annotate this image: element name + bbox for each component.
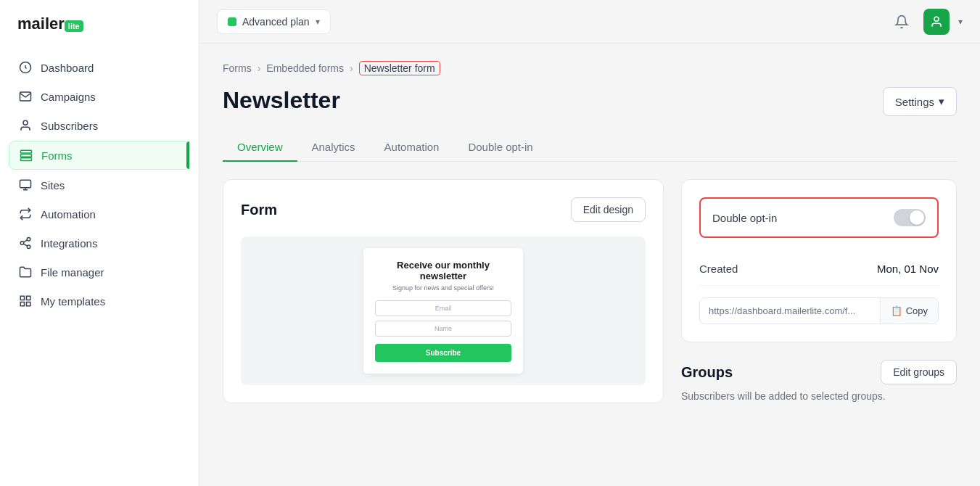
sidebar-item-automation[interactable]: Automation [9,200,190,228]
svg-rect-13 [27,302,30,306]
settings-caret-icon: ▾ [939,95,944,108]
settings-label: Settings [895,96,934,108]
sidebar-item-forms[interactable]: Forms [9,141,190,170]
dashboard-icon [19,61,32,74]
copy-label: Copy [906,305,928,316]
url-text: https://dashboard.mailerlite.com/f... [700,298,874,324]
page-content: Forms › Embedded forms › Newsletter form… [199,44,980,486]
breadcrumb: Forms › Embedded forms › Newsletter form [223,61,957,75]
breadcrumb-sep-2: › [350,62,353,74]
settings-button[interactable]: Settings ▾ [883,87,957,116]
topbar-actions: ▾ [889,9,963,35]
preview-header: Receive our monthly newsletter Signup fo… [363,248,523,374]
main-content: Advanced plan ▾ ▾ Forms › Embedded forms… [199,0,980,486]
groups-title: Groups [681,364,733,381]
newsletter-preview: Receive our monthly newsletter Signup fo… [241,236,646,385]
svg-line-10 [23,240,27,242]
url-row: https://dashboard.mailerlite.com/f... 📋 … [699,297,939,324]
sidebar-item-label: Automation [41,208,96,221]
info-panel: Double opt-in Created Mon, 01 Nov https:… [681,179,957,342]
sidebar-item-file-manager[interactable]: File manager [9,258,190,286]
sidebar-item-label: My templates [41,295,105,308]
topbar: Advanced plan ▾ ▾ [199,0,980,44]
copy-url-button[interactable]: 📋 Copy [880,298,938,324]
double-opt-in-row: Double opt-in [699,197,939,238]
plan-selector[interactable]: Advanced plan ▾ [217,9,331,34]
page-header: Newsletter Settings ▾ [223,87,957,116]
svg-point-8 [27,245,30,249]
avatar-caret-icon[interactable]: ▾ [958,17,963,27]
file-manager-icon [19,265,32,279]
svg-rect-14 [20,302,24,306]
breadcrumb-sep-1: › [258,62,261,74]
svg-point-6 [27,238,30,242]
svg-rect-4 [21,158,32,161]
groups-header: Groups Edit groups [681,360,957,384]
sidebar-item-label: Subscribers [41,120,98,132]
edit-groups-button[interactable]: Edit groups [881,360,957,384]
created-value: Mon, 01 Nov [877,263,939,275]
preview-email-field: Email [375,300,511,316]
sidebar: mailerlite Dashboard Campaigns Subscribe… [0,0,199,486]
plan-label: Advanced plan [242,16,310,28]
svg-point-1 [23,120,28,125]
svg-rect-12 [27,296,30,300]
sidebar-item-campaigns[interactable]: Campaigns [9,83,190,110]
right-panel: Double opt-in Created Mon, 01 Nov https:… [681,179,957,403]
sidebar-item-sites[interactable]: Sites [9,171,190,199]
logo-text: mailerlite [17,15,83,33]
copy-icon: 📋 [891,305,902,316]
double-opt-in-toggle[interactable] [894,209,926,226]
form-section: Form Edit design Receive our monthly new… [223,179,664,403]
logo: mailerlite [0,15,199,54]
svg-rect-2 [21,150,32,153]
form-card-header: Form Edit design [241,197,646,222]
created-label: Created [699,263,738,275]
logo-badge: lite [65,20,83,32]
sidebar-item-subscribers[interactable]: Subscribers [9,112,190,139]
integrations-icon [19,236,32,250]
notifications-button[interactable] [889,9,915,35]
tab-double-opt-in[interactable]: Double opt-in [453,133,547,162]
groups-section: Groups Edit groups Subscribers will be a… [681,360,957,402]
svg-point-7 [20,242,24,245]
forms-icon [20,149,33,162]
sidebar-item-dashboard[interactable]: Dashboard [9,54,190,81]
created-row: Created Mon, 01 Nov [699,252,939,286]
svg-rect-3 [21,155,32,157]
groups-description: Subscribers will be added to selected gr… [681,390,957,402]
form-card: Form Edit design Receive our monthly new… [223,179,664,403]
sites-icon [19,178,32,191]
svg-rect-11 [20,296,24,300]
page-title: Newsletter [223,87,340,114]
breadcrumb-embedded-forms[interactable]: Embedded forms [266,62,344,74]
opt-in-label: Double opt-in [712,212,777,224]
sidebar-item-label: Dashboard [41,62,94,74]
form-card-title: Form [241,202,277,218]
sidebar-item-my-templates[interactable]: My templates [9,287,190,315]
avatar-button[interactable] [923,9,950,35]
content-grid: Form Edit design Receive our monthly new… [223,179,957,403]
edit-design-button[interactable]: Edit design [571,197,646,222]
subscribers-icon [19,119,32,132]
svg-point-15 [934,17,939,21]
toggle-knob [910,210,924,225]
tab-automation[interactable]: Automation [370,133,454,162]
sidebar-item-label: Forms [41,149,73,162]
preview-subtitle: Signup for news and special offers! [375,284,511,292]
svg-line-9 [23,244,27,246]
preview-title: Receive our monthly newsletter [375,260,511,281]
active-indicator [186,141,189,169]
preview-name-field: Name [375,321,511,337]
sidebar-nav: Dashboard Campaigns Subscribers Forms [0,54,199,315]
breadcrumb-forms[interactable]: Forms [223,62,252,74]
sidebar-item-label: Campaigns [41,91,96,103]
svg-rect-5 [20,180,31,188]
plan-caret-icon: ▾ [316,17,320,27]
tab-overview[interactable]: Overview [223,133,297,162]
sidebar-item-label: Integrations [41,237,97,250]
automation-icon [19,207,32,221]
sidebar-item-integrations[interactable]: Integrations [9,229,190,257]
tabs: Overview Analytics Automation Double opt… [223,133,957,162]
tab-analytics[interactable]: Analytics [297,133,370,162]
